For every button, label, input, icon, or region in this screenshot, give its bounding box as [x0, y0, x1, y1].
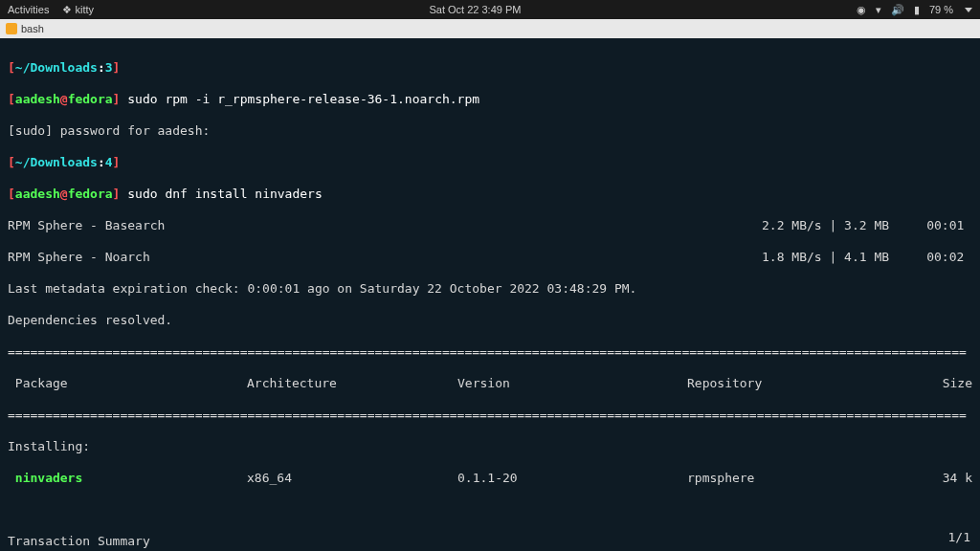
terminal[interactable]: [~/Downloads:3] [aadesh@fedora] sudo rpm…: [0, 38, 980, 551]
blank-line: [8, 502, 972, 518]
battery-percent: 79 %: [929, 4, 953, 15]
col-size: Size: [915, 376, 972, 392]
col-arch: Architecture: [247, 376, 457, 392]
battery-icon: ▮: [914, 4, 920, 16]
prompt-line: [aadesh@fedora] sudo rpm -i r_rpmsphere-…: [8, 92, 972, 108]
output-line: Dependencies resolved.: [8, 313, 972, 329]
chevron-down-icon: [965, 8, 972, 12]
output-line: Last metadata expiration check: 0:00:01 …: [8, 281, 972, 298]
wifi-icon: ▾: [876, 4, 881, 16]
gnome-topbar: Activities ❖ kitty Sat Oct 22 3:49 PM ◉ …: [0, 0, 980, 19]
divider: ========================================…: [8, 344, 972, 361]
terminal-icon: ❖: [62, 4, 72, 15]
output-line: Transaction Summary: [8, 534, 972, 550]
table-row: ninvaders x86_64 0.1.1-20 rpmsphere 34 k: [8, 471, 972, 487]
output-line: RPM Sphere - Noarch1.8 MB/s | 4.1 MB 00:…: [8, 250, 972, 266]
col-package: Package: [8, 376, 247, 392]
output-line: [sudo] password for aadesh:: [8, 123, 972, 140]
progress-counter: 1/1: [948, 530, 970, 546]
divider: ========================================…: [8, 408, 972, 424]
kitty-icon: [6, 23, 17, 34]
prompt-line: [~/Downloads:4]: [8, 155, 972, 171]
window-title: bash: [21, 23, 44, 34]
app-name: kitty: [75, 4, 94, 15]
output-line: Installing:: [8, 439, 972, 455]
col-repo: Repository: [687, 376, 915, 392]
window-titlebar[interactable]: bash: [0, 19, 980, 38]
volume-icon: 🔊: [891, 4, 904, 16]
prompt-line: [aadesh@fedora] sudo dnf install ninvade…: [8, 187, 972, 203]
clock[interactable]: Sat Oct 22 3:49 PM: [94, 4, 857, 15]
system-tray[interactable]: ◉ ▾ 🔊 ▮ 79 %: [857, 4, 972, 16]
activities-button[interactable]: Activities: [8, 4, 49, 15]
pkg-name: ninvaders: [8, 471, 247, 487]
app-menu[interactable]: ❖ kitty: [62, 4, 94, 16]
col-version: Version: [457, 376, 687, 392]
prompt-line: [~/Downloads:3]: [8, 60, 972, 77]
output-line: RPM Sphere - Basearch2.2 MB/s | 3.2 MB 0…: [8, 218, 972, 234]
table-header: Package Architecture Version Repository …: [8, 376, 972, 392]
accessibility-icon: ◉: [857, 4, 866, 16]
